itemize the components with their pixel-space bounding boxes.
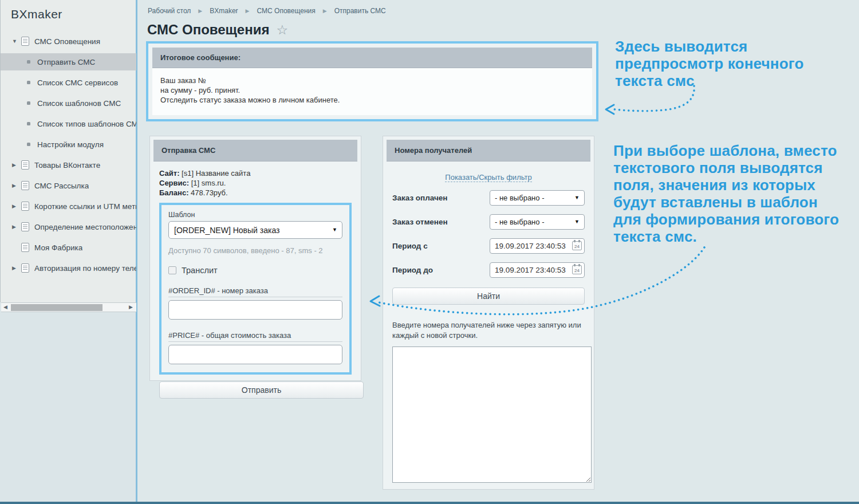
sidebar-item-short-links-utm[interactable]: ▶ Короткие ссылки и UTM метки [1, 196, 136, 216]
final-message-line: Ваш заказ № [160, 76, 584, 85]
calendar-icon[interactable]: 24 [572, 265, 582, 274]
sidebar-item-label[interactable]: Авторизация по номеру телефона [34, 264, 136, 273]
site-label: Сайт: [159, 169, 179, 178]
sidebar-item-label[interactable]: Настройки модуля [37, 140, 104, 149]
chevron-right-icon[interactable]: ▶ [12, 265, 21, 271]
breadcrumb-item-send-sms[interactable]: Отправить СМС [334, 7, 386, 15]
calendar-icon[interactable]: 24 [572, 241, 582, 250]
sidebar-item-sms-services-list[interactable]: Список СМС сервисов [1, 72, 136, 93]
template-select-label: Шаблон [168, 211, 342, 219]
document-icon [21, 37, 29, 46]
order-paid-select[interactable]: - не выбрано - [490, 190, 585, 206]
send-sms-panel-body: Сайт: [s1] Название сайта Сервис: [1] sm… [153, 162, 357, 404]
service-value: [1] sms.ru. [191, 179, 226, 187]
document-icon [21, 243, 29, 252]
sidebar-item-label[interactable]: Определение местоположения [34, 223, 136, 231]
breadcrumb-item-sms-notifications[interactable]: СМС Оповещения [257, 7, 316, 15]
order-id-field-label: #ORDER_ID# - номер заказа [168, 286, 342, 297]
final-message-box: Итоговое сообщение: Ваш заказ № на сумму… [146, 41, 598, 121]
sidebar-item-sms-mailing[interactable]: ▶ СМС Рассылка [1, 175, 136, 196]
sidebar-item-sms-notifications[interactable]: ▼ СМС Оповещения [1, 31, 136, 52]
bottom-bar [0, 502, 859, 504]
document-icon [21, 181, 29, 190]
filter-label: Заказ оплачен [392, 194, 448, 202]
price-field-label: #PRICE# - общая стоимость заказа [168, 331, 342, 342]
sidebar-item-vk-goods[interactable]: ▶ Товары ВКонтакте [1, 155, 136, 175]
sidebar-item-send-sms[interactable]: Отправить СМС [1, 53, 136, 70]
bullet-icon [27, 122, 30, 125]
show-hide-filter-link[interactable]: Показать/Скрыть фильтр [445, 173, 531, 182]
sidebar-item-sms-templates-list[interactable]: Список шаблонов СМС [1, 93, 136, 113]
final-message-line: на сумму - руб. принят. [160, 85, 584, 95]
sidebar-item-label[interactable]: СМС Рассылка [34, 182, 89, 190]
filter-row-order-paid: Заказ оплачен - не выбрано - ▼ [392, 190, 585, 206]
scrollbar-thumb[interactable] [11, 304, 103, 311]
sidebar-horizontal-scrollbar[interactable]: ◀ ▶ [1, 302, 136, 312]
sidebar-item-label[interactable]: Товары ВКонтакте [34, 161, 100, 170]
dotted-arrow-to-message-box [606, 86, 694, 114]
site-info: Сайт: [s1] Название сайта [159, 168, 352, 178]
sidebar-menu-zone: BXmaker ▼ СМС Оповещения Отправить СМС С… [0, 0, 136, 302]
document-icon [21, 263, 29, 273]
translit-checkbox[interactable] [168, 266, 176, 274]
sidebar-item-label[interactable]: Список типов шаблонов СМС [37, 120, 136, 128]
send-sms-panel-title: Отправка СМС [153, 140, 357, 162]
sidebar-item-label[interactable]: Список шаблонов СМС [37, 99, 121, 108]
send-button[interactable]: Отправить [159, 381, 364, 399]
scroll-right-icon[interactable]: ▶ [129, 304, 133, 310]
sidebar-item-label[interactable]: Моя Фабрика [34, 243, 82, 252]
final-message-header: Итоговое сообщение: [152, 48, 592, 68]
filter-label: Заказ отменен [392, 218, 448, 226]
order-canceled-select[interactable]: - не выбрано - [490, 214, 585, 230]
order-id-input[interactable] [168, 300, 342, 320]
period-to-input[interactable] [490, 262, 585, 278]
sidebar: BXmaker ▼ СМС Оповещения Отправить СМС С… [0, 0, 137, 502]
sidebar-item-phone-auth[interactable]: ▶ Авторизация по номеру телефона [1, 258, 136, 278]
numbers-hint: Введите номера получателей ниже через за… [392, 320, 585, 341]
breadcrumb-separator-icon: ▶ [198, 8, 202, 14]
recipients-numbers-textarea[interactable] [392, 346, 592, 483]
sidebar-item-my-fabrika[interactable]: Моя Фабрика [1, 237, 136, 258]
sidebar-item-module-settings[interactable]: Настройки модуля [1, 134, 136, 155]
period-from-input[interactable] [490, 238, 585, 254]
sidebar-item-label[interactable]: Список СМС сервисов [37, 78, 118, 87]
sidebar-item-label[interactable]: Короткие ссылки и UTM метки [34, 202, 136, 211]
breadcrumb-item-bxmaker[interactable]: BXmaker [210, 7, 238, 15]
chevron-right-icon[interactable]: ▶ [12, 203, 21, 209]
price-input[interactable] [168, 345, 342, 364]
bullet-icon [27, 101, 30, 105]
favorite-star-icon[interactable]: ☆ [276, 23, 288, 37]
filter-control: 24 [490, 262, 585, 278]
scroll-left-icon[interactable]: ◀ [3, 304, 7, 310]
sidebar-item-geolocation[interactable]: ▶ Определение местоположения [1, 216, 136, 237]
translit-label: Транслит [182, 266, 218, 275]
balance-label: Баланс: [159, 188, 188, 197]
bullet-icon [27, 143, 30, 146]
filter-row-order-canceled: Заказ отменен - не выбрано - ▼ [392, 214, 585, 230]
filter-control: 24 [490, 238, 585, 254]
find-button[interactable]: Найти [392, 288, 585, 305]
balance-info: Баланс: 478.73руб. [159, 188, 352, 198]
translit-row: Транслит [168, 266, 342, 275]
breadcrumb-separator-icon: ▶ [246, 8, 250, 14]
sidebar-item-label[interactable]: Отправить СМС [37, 58, 95, 66]
annotation-preview-note: Здесь выводится предпросмотр конечного т… [615, 38, 824, 89]
breadcrumb-item-desktop[interactable]: Рабочий стол [148, 7, 191, 15]
filter-label: Период до [392, 266, 433, 274]
final-message-line: Отследить статус заказа можно в личном к… [160, 95, 584, 105]
template-select[interactable]: [ORDER_NEW] Новый заказ [168, 221, 342, 239]
document-icon [21, 160, 29, 170]
chevron-right-icon[interactable]: ▶ [12, 183, 21, 188]
chars-hint: Доступно 70 символов, введено - 87, sms … [168, 246, 342, 255]
annotation-template-note: При выборе шаблона, вместо текстового по… [613, 142, 842, 245]
chevron-down-icon[interactable]: ▼ [12, 38, 21, 44]
chevron-right-icon[interactable]: ▶ [12, 224, 21, 230]
recipients-panel-title: Номера получателей [387, 140, 590, 162]
sidebar-item-template-types-list[interactable]: Список типов шаблонов СМС [1, 113, 136, 134]
filter-control: - не выбрано - ▼ [490, 214, 585, 230]
chevron-right-icon[interactable]: ▶ [12, 162, 21, 168]
sidebar-item-label[interactable]: СМС Оповещения [34, 37, 100, 46]
breadcrumb-separator-icon: ▶ [323, 8, 327, 14]
filter-label: Период с [392, 242, 428, 250]
document-icon [21, 222, 29, 231]
